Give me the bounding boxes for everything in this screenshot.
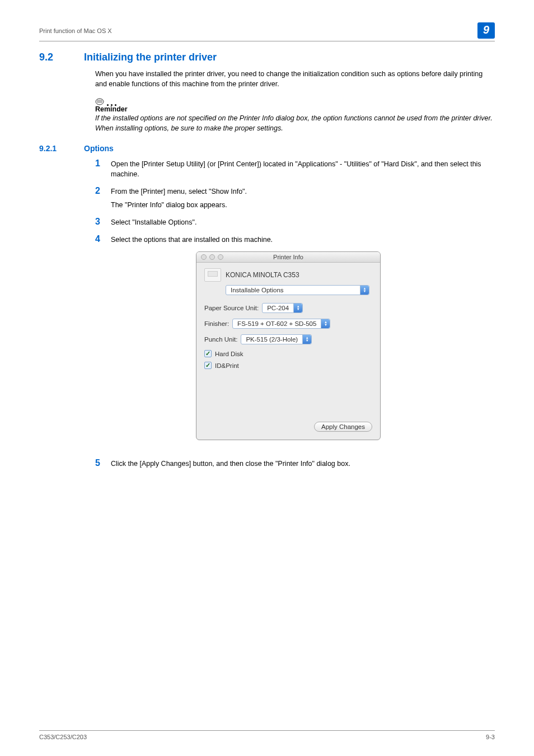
- svg-point-0: [96, 99, 104, 105]
- step-number-2: 2: [95, 186, 111, 196]
- section-title: Initializing the printer driver: [84, 52, 217, 63]
- chevron-updown-icon: ▲▼: [321, 319, 330, 328]
- paper-source-value: PC-204: [263, 305, 293, 311]
- chevron-updown-icon: ▲▼: [360, 286, 369, 295]
- dialog-title: Printer Info: [201, 254, 376, 260]
- finisher-select[interactable]: FS-519 + OT-602 + SD-505 ▲▼: [232, 319, 330, 329]
- footer-right: 9-3: [486, 734, 495, 740]
- breadcrumb: Print function of Mac OS X: [39, 27, 112, 34]
- step-number-5: 5: [95, 458, 111, 468]
- apply-changes-button[interactable]: Apply Changes: [314, 422, 372, 432]
- step-number-4: 4: [95, 234, 111, 244]
- reminder-text: If the installed options are not specifi…: [95, 113, 495, 133]
- hard-disk-label: Hard Disk: [215, 351, 243, 357]
- step-number-1: 1: [95, 158, 111, 169]
- id-print-checkbox[interactable]: ✓: [204, 362, 212, 369]
- step-number-3: 3: [95, 217, 111, 227]
- printer-icon: [204, 268, 221, 282]
- section-number: 9.2: [39, 52, 84, 63]
- section-intro: When you have installed the printer driv…: [95, 69, 495, 89]
- punch-label: Punch Unit:: [204, 336, 237, 343]
- step-5-text: Click the [Apply Changes] button, and th…: [111, 459, 495, 469]
- chapter-badge: 9: [477, 22, 495, 39]
- finisher-value: FS-519 + OT-602 + SD-505: [233, 320, 321, 327]
- finisher-label: Finisher:: [204, 320, 229, 327]
- chevron-updown-icon: ▲▼: [293, 304, 302, 312]
- chevron-updown-icon: ▲▼: [302, 335, 311, 344]
- subsection-number: 9.2.1: [39, 144, 84, 153]
- paper-source-select[interactable]: PC-204 ▲▼: [262, 303, 303, 313]
- footer-left: C353/C253/C203: [39, 734, 87, 740]
- step-4-text: Select the options that are installed on…: [111, 235, 495, 245]
- step-1-text: Open the [Printer Setup Utility] (or [Pr…: [111, 159, 495, 179]
- printer-info-dialog: Printer Info KONICA MINOLTA C353 Install…: [196, 251, 381, 440]
- pane-select-value: Installable Options: [226, 287, 288, 293]
- reminder-label: Reminder: [95, 105, 495, 113]
- step-3-text: Select "Installable Options".: [111, 217, 495, 227]
- step-2-text: From the [Printer] menu, select "Show In…: [111, 186, 495, 197]
- id-print-label: ID&Print: [215, 362, 239, 369]
- punch-select[interactable]: PK-515 (2/3-Hole) ▲▼: [241, 334, 312, 344]
- note-icon: ...: [95, 97, 495, 105]
- subsection-title: Options: [84, 144, 114, 153]
- punch-value: PK-515 (2/3-Hole): [241, 336, 302, 343]
- pane-select[interactable]: Installable Options ▲▼: [226, 285, 369, 295]
- paper-source-label: Paper Source Unit:: [204, 305, 259, 311]
- hard-disk-checkbox[interactable]: ✓: [204, 350, 212, 357]
- printer-name: KONICA MINOLTA C353: [226, 271, 299, 279]
- step-2-subtext: The "Printer Info" dialog box appears.: [111, 200, 495, 210]
